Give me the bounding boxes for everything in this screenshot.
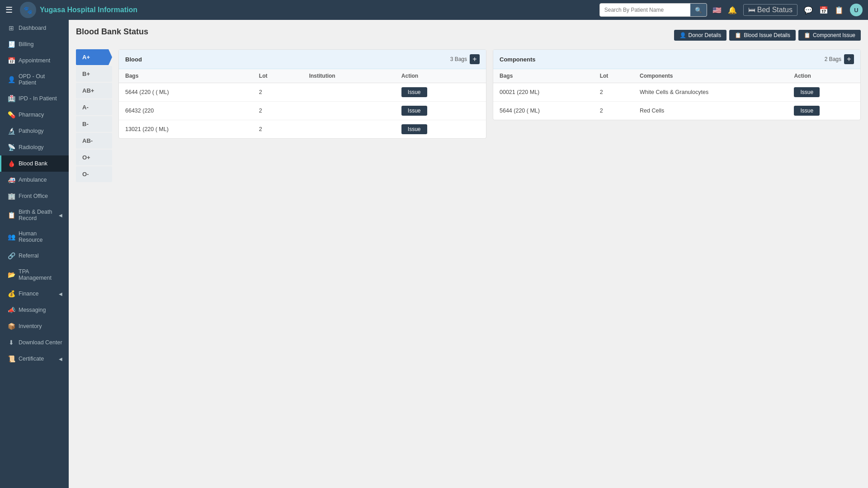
blood-issue-details-button[interactable]: 📋 Blood Issue Details <box>729 30 796 41</box>
user-avatar[interactable]: U <box>850 4 863 16</box>
blood-table-row: 5644 (220 ( ( ML) 2 Issue <box>119 83 486 102</box>
blood-type-Aminus[interactable]: A- <box>76 99 112 115</box>
comp-row-lot: 2 <box>594 83 633 102</box>
comp-row-action: Issue <box>788 102 860 120</box>
appointment-icon: 📅 <box>8 57 15 64</box>
blood-panel-header: Blood 3 Bags + <box>119 50 486 69</box>
sidebar-item-human-resource[interactable]: 👥 Human Resource <box>0 226 69 248</box>
sidebar-item-ipd[interactable]: 🏥 IPD - In Patient <box>0 90 69 107</box>
sidebar-item-tpa[interactable]: 📂 TPA Management <box>0 264 69 286</box>
blood-type-ABminus[interactable]: AB- <box>76 133 112 149</box>
blood-type-Ominus[interactable]: O- <box>76 166 112 182</box>
finance-label: Finance <box>19 291 55 297</box>
blood-type-ABplus[interactable]: AB+ <box>76 83 112 99</box>
notification-bell-icon[interactable]: 🔔 <box>728 6 737 14</box>
blood-bank-label: Blood Bank <box>19 160 62 167</box>
finance-icon: 💰 <box>8 290 15 297</box>
blood-row-institution <box>303 83 395 102</box>
dashboard-label: Dashboard <box>19 25 62 31</box>
sidebar-item-referral[interactable]: 🔗 Referral <box>0 248 69 264</box>
sidebar-item-billing[interactable]: 🧾 Billing <box>0 36 69 52</box>
hamburger-menu[interactable]: ☰ <box>5 5 13 15</box>
radiology-icon: 📡 <box>8 144 15 151</box>
component-issue-button-0[interactable]: Issue <box>794 87 820 97</box>
component-issue-button[interactable]: 📋 Component Issue <box>798 30 861 41</box>
blood-bag-count: 3 Bags <box>450 56 467 62</box>
sidebar-item-inventory[interactable]: 📦 Inventory <box>0 318 69 334</box>
blood-issue-button-1[interactable]: Issue <box>401 106 427 116</box>
blood-type-Oplus[interactable]: O+ <box>76 150 112 165</box>
add-blood-button[interactable]: + <box>470 54 480 64</box>
clipboard-icon[interactable]: 📋 <box>835 6 844 14</box>
blood-issue-button-2[interactable]: Issue <box>401 124 427 134</box>
opd-icon: 👤 <box>8 76 15 83</box>
blood-type-Bminus[interactable]: B- <box>76 116 112 132</box>
component-panel: Components 2 Bags + Bags Lot Components <box>493 49 861 120</box>
component-issue-label: Component Issue <box>813 32 855 38</box>
bed-status-label: Bed Status <box>757 6 793 14</box>
tpa-icon: 📂 <box>8 271 15 278</box>
patient-search-box[interactable]: 🔍 <box>599 3 707 17</box>
whatsapp-icon[interactable]: 💬 <box>804 6 813 14</box>
pharmacy-label: Pharmacy <box>19 112 62 118</box>
sidebar-item-blood-bank[interactable]: 🩸 Blood Bank <box>0 155 69 172</box>
opd-label: OPD - Out Patient <box>19 73 62 86</box>
certificate-label: Certificate <box>19 356 55 362</box>
sidebar-item-messaging[interactable]: 📣 Messaging <box>0 302 69 318</box>
sidebar-item-opd[interactable]: 👤 OPD - Out Patient <box>0 69 69 90</box>
blood-type-Bplus[interactable]: B+ <box>76 66 112 82</box>
appointment-label: Appointment <box>19 57 62 64</box>
birth-death-arrow-icon: ◀ <box>59 213 62 218</box>
comp-row-action: Issue <box>788 83 860 102</box>
sidebar-item-birth-death[interactable]: 📋 Birth & Death Record ◀ <box>0 204 69 226</box>
referral-icon: 🔗 <box>8 252 15 259</box>
add-component-button[interactable]: + <box>844 54 854 64</box>
comp-col-components: Components <box>633 69 788 83</box>
search-button[interactable]: 🔍 <box>690 4 707 16</box>
component-issue-button-1[interactable]: Issue <box>794 106 820 116</box>
sidebar-item-download[interactable]: ⬇ Download Center <box>0 334 69 351</box>
bed-icon: 🛏 <box>748 6 755 14</box>
birth-death-label: Birth & Death Record <box>19 209 55 221</box>
comp-row-bags: 5644 (220 ( ML) <box>493 102 594 120</box>
search-input[interactable] <box>600 7 690 13</box>
col-action: Action <box>395 69 486 83</box>
sidebar-item-pharmacy[interactable]: 💊 Pharmacy <box>0 107 69 123</box>
blood-row-lot: 2 <box>253 120 303 139</box>
sidebar-item-certificate[interactable]: 📜 Certificate ◀ <box>0 351 69 367</box>
comp-col-bags: Bags <box>493 69 594 83</box>
sidebar-item-finance[interactable]: 💰 Finance ◀ <box>0 286 69 302</box>
sidebar-item-appointment[interactable]: 📅 Appointment <box>0 52 69 69</box>
pharmacy-icon: 💊 <box>8 111 15 118</box>
pathology-label: Pathology <box>19 128 62 134</box>
component-panel-header: Components 2 Bags + <box>493 50 860 69</box>
logo-icon: 🐾 <box>20 2 36 18</box>
blood-issue-button-0[interactable]: Issue <box>401 87 427 97</box>
component-table-row: 5644 (220 ( ML) 2 Red Cells Issue <box>493 102 860 120</box>
sidebar-item-dashboard[interactable]: ⊞ Dashboard <box>0 20 69 36</box>
sidebar-item-front-office[interactable]: 🏢 Front Office <box>0 188 69 204</box>
ipd-label: IPD - In Patient <box>19 95 62 102</box>
sidebar-item-ambulance[interactable]: 🚑 Ambulance <box>0 172 69 188</box>
comp-row-bags: 00021 (220 ML) <box>493 83 594 102</box>
calendar-icon[interactable]: 📅 <box>819 6 828 14</box>
component-bag-count: 2 Bags <box>825 56 841 62</box>
bed-status-button[interactable]: 🛏 Bed Status <box>743 4 797 16</box>
component-panel-title: Components <box>500 56 535 63</box>
blood-issue-icon: 📋 <box>735 32 741 38</box>
blood-table-row: 66432 (220 2 Issue <box>119 102 486 120</box>
donor-details-button[interactable]: 👤 Donor Details <box>674 30 727 41</box>
blood-type-Aplus[interactable]: A+ <box>76 49 112 65</box>
human-resource-label: Human Resource <box>19 230 62 243</box>
pathology-icon: 🔬 <box>8 127 15 135</box>
blood-row-action: Issue <box>395 83 486 102</box>
sidebar-item-pathology[interactable]: 🔬 Pathology <box>0 123 69 139</box>
birth-death-icon: 📋 <box>8 211 15 219</box>
finance-arrow-icon: ◀ <box>59 291 62 296</box>
flag-icon[interactable]: 🇺🇸 <box>712 6 722 14</box>
app-logo: 🐾 Yugasa Hospital Information <box>20 2 137 18</box>
sidebar-item-radiology[interactable]: 📡 Radiology <box>0 139 69 155</box>
dashboard-icon: ⊞ <box>8 24 15 32</box>
download-icon: ⬇ <box>8 339 15 346</box>
blood-bank-header: Blood Bank Status 👤 Donor Details 📋 Bloo… <box>76 27 861 43</box>
